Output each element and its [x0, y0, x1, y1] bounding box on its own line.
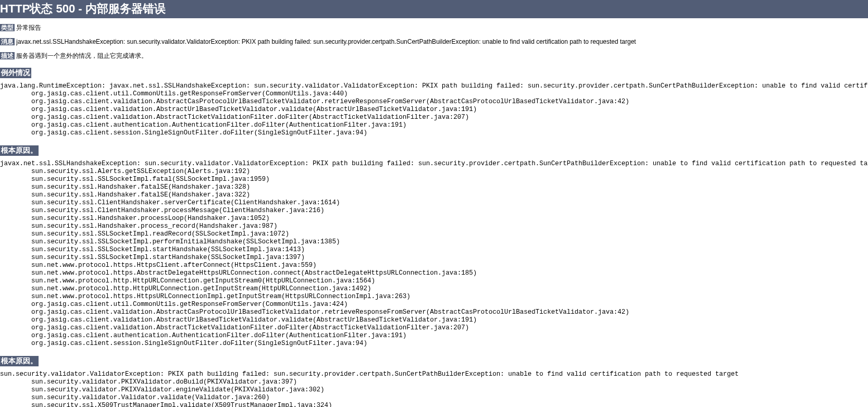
root-cause-stack-2: sun.security.validator.ValidatorExceptio… [0, 371, 868, 407]
root-cause-heading-2: 根本原因。 [0, 356, 39, 366]
description-value: 服务器遇到一个意外的情况，阻止它完成请求。 [16, 52, 147, 59]
exception-heading: 例外情况 [0, 68, 31, 78]
message-value: javax.net.ssl.SSLHandshakeException: sun… [16, 38, 636, 45]
message-row: 消息 javax.net.ssl.SSLHandshakeException: … [0, 38, 868, 46]
description-label: 描述 [0, 52, 15, 59]
exception-stack: java.lang.RuntimeException: javax.net.ss… [0, 82, 868, 137]
error-page: HTTP状态 500 - 内部服务器错误 类型 异常报告 消息 javax.ne… [0, 0, 868, 407]
type-row: 类型 异常报告 [0, 23, 868, 32]
message-label: 消息 [0, 38, 15, 45]
page-title: HTTP状态 500 - 内部服务器错误 [0, 0, 868, 18]
divider [0, 18, 868, 18]
root-cause-stack-1: javax.net.ssl.SSLHandshakeException: sun… [0, 160, 868, 348]
description-row: 描述 服务器遇到一个意外的情况，阻止它完成请求。 [0, 52, 868, 60]
root-cause-heading-1: 根本原因。 [0, 145, 39, 156]
type-value: 异常报告 [16, 24, 41, 31]
type-label: 类型 [0, 24, 15, 31]
